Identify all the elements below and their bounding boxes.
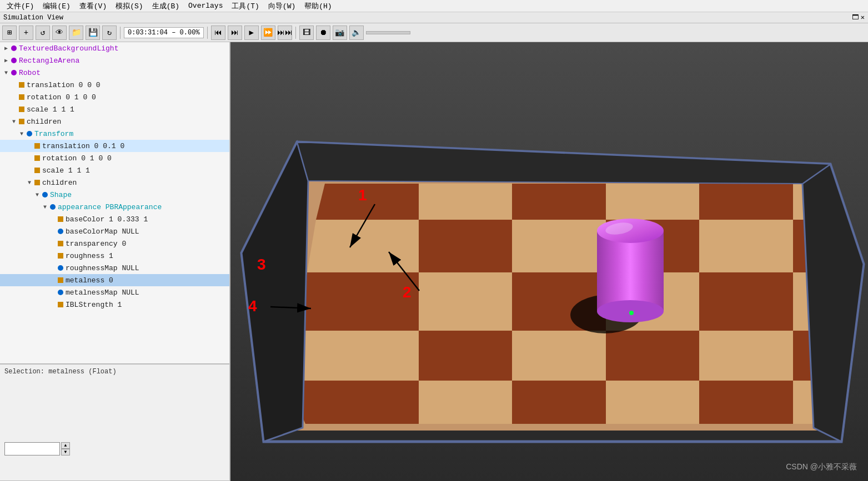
- tree-label: scale 1 1 1: [42, 166, 90, 175]
- tree-item-basecolor[interactable]: ▶ baseColor 1 0.333 1: [0, 213, 229, 225]
- property-icon: [34, 143, 40, 149]
- toolbar-eye-btn[interactable]: 👁: [52, 26, 67, 40]
- tree-label: appearance PBRAppearance: [58, 203, 162, 211]
- property-icon: [34, 155, 40, 161]
- menu-view[interactable]: 查看(V): [75, 0, 111, 12]
- volume-slider[interactable]: [366, 31, 410, 34]
- viewport[interactable]: 1 2: [230, 42, 868, 481]
- node-icon-blue: [50, 204, 56, 210]
- node-icon-purple: [11, 45, 17, 51]
- record-btn[interactable]: ⏺: [316, 26, 330, 40]
- property-icon: [58, 277, 63, 283]
- separator-2: [207, 27, 208, 39]
- svg-marker-4: [419, 184, 512, 220]
- node-icon-blue: [58, 265, 63, 271]
- tree-label: baseColorMap NULL: [66, 227, 139, 236]
- tree-item-rectangle-arena[interactable]: ▶ RectangleArena: [0, 54, 229, 67]
- tree-label: metalness 0: [66, 276, 113, 285]
- tree-label: transparency 0: [66, 240, 126, 248]
- toolbar-reload-btn[interactable]: ↻: [102, 26, 117, 40]
- tree-item-basecolormap[interactable]: ▶ baseColorMap NULL: [0, 225, 229, 237]
- expand-arrow: ▼: [41, 203, 49, 211]
- tree-item-textured-bg[interactable]: ▶ TexturedBackgroundLight: [0, 42, 229, 54]
- screenshot-btn[interactable]: 🎞: [299, 26, 314, 40]
- svg-marker-6: [606, 184, 699, 220]
- property-icon: [58, 241, 63, 246]
- tree-item-transform-translation[interactable]: ▶ translation 0 0.1 0: [0, 140, 229, 152]
- svg-marker-27: [286, 381, 419, 424]
- tree-item-iblstrength[interactable]: ▶ IBLStrength 1: [0, 298, 229, 311]
- property-icon: [58, 253, 63, 259]
- toolbar-open-btn[interactable]: 📁: [69, 26, 83, 40]
- tree-item-transparency[interactable]: ▶ transparency 0: [0, 237, 229, 250]
- toolbar-add-btn[interactable]: +: [19, 26, 33, 40]
- value-spinner: ▲ ▼: [61, 442, 70, 455]
- expand-arrow: ▶: [2, 44, 10, 52]
- property-value-input[interactable]: 2: [4, 442, 60, 455]
- tree-item-robot-rotation[interactable]: ▶ rotation 0 1 0 0: [0, 91, 229, 103]
- svg-marker-3: [316, 184, 419, 220]
- tree-item-robot[interactable]: ▼ Robot: [0, 67, 229, 79]
- tree-scroll[interactable]: ▶ TexturedBackgroundLight ▶ RectangleAre…: [0, 42, 229, 363]
- toolbar-grid-btn[interactable]: ⊞: [2, 26, 17, 40]
- tree-item-shape[interactable]: ▼ Shape: [0, 189, 229, 201]
- property-icon: [34, 168, 40, 173]
- tree-item-metalnessmap[interactable]: ▶ metalnessMap NULL: [0, 286, 229, 298]
- tree-item-roughness[interactable]: ▶ roughness 1: [0, 250, 229, 262]
- 3d-scene-svg: [230, 42, 868, 481]
- fast-forward-btn[interactable]: ⏩: [261, 26, 275, 40]
- toolbar-save-btn[interactable]: 💾: [86, 26, 100, 40]
- selection-status: Selection: metalness (Float): [4, 368, 225, 376]
- svg-marker-30: [606, 381, 699, 424]
- tree-item-transform-rotation[interactable]: ▶ rotation 0 1 0 0: [0, 152, 229, 164]
- tree-item-robot-scale[interactable]: ▶ scale 1 1 1: [0, 103, 229, 115]
- tree-label: RectangleArena: [19, 57, 79, 65]
- tree-item-robot-translation[interactable]: ▶ translation 0 0 0: [0, 79, 229, 91]
- tree-item-roughnessmap[interactable]: ▶ roughnessMap NULL: [0, 262, 229, 274]
- minimize-btn[interactable]: 🗖: [852, 13, 859, 22]
- audio-btn[interactable]: 🔈: [349, 26, 364, 40]
- tree-item-transform-scale[interactable]: ▶ scale 1 1 1: [0, 164, 229, 176]
- spin-down-btn[interactable]: ▼: [61, 449, 70, 455]
- play-btn[interactable]: ▶: [244, 26, 259, 40]
- tree-label: Transform: [34, 130, 73, 138]
- camera-btn[interactable]: 📷: [333, 26, 347, 40]
- tree-item-metalness[interactable]: ▶ metalness 0: [0, 274, 229, 286]
- tree-label: Shape: [50, 191, 72, 199]
- menu-file[interactable]: 文件(F): [2, 0, 38, 12]
- svg-marker-28: [419, 381, 512, 424]
- tree-item-children-2[interactable]: ▼ children: [0, 176, 229, 189]
- menu-simulate[interactable]: 模拟(S): [111, 0, 147, 12]
- property-icon: [19, 94, 24, 100]
- menu-edit[interactable]: 编辑(E): [38, 0, 74, 12]
- scene-tree[interactable]: ▶ TexturedBackgroundLight ▶ RectangleAre…: [0, 42, 229, 364]
- tree-label: rotation 0 1 0 0: [27, 93, 96, 102]
- node-icon-purple: [11, 70, 17, 75]
- menu-overlays[interactable]: Overlays: [184, 1, 227, 11]
- close-btn[interactable]: ✕: [861, 13, 865, 22]
- svg-marker-10: [419, 220, 512, 272]
- tree-label: children: [42, 179, 77, 187]
- svg-marker-25: [699, 331, 793, 381]
- svg-point-42: [629, 311, 634, 315]
- svg-marker-19: [699, 272, 793, 331]
- step-btn[interactable]: ⏭: [228, 26, 242, 40]
- tree-item-appearance[interactable]: ▼ appearance PBRAppearance: [0, 201, 229, 213]
- tree-item-children-1[interactable]: ▼ children: [0, 115, 229, 128]
- tree-item-transform[interactable]: ▼ Transform: [0, 128, 229, 140]
- menu-help[interactable]: 帮助(H): [300, 0, 336, 12]
- fast-fast-btn[interactable]: ⏭⏭: [278, 26, 292, 40]
- menu-wizard[interactable]: 向导(W): [264, 0, 300, 12]
- rewind-btn[interactable]: ⏮: [211, 26, 225, 40]
- spin-up-btn[interactable]: ▲: [61, 442, 70, 449]
- menu-tools[interactable]: 工具(T): [227, 0, 263, 12]
- expand-arrow: ▼: [26, 179, 33, 186]
- tree-label: metalnessMap NULL: [66, 288, 139, 297]
- expand-arrow: ▼: [10, 118, 18, 125]
- svg-marker-11: [512, 220, 606, 272]
- tree-label: children: [27, 118, 61, 126]
- tree-label: roughness 1: [66, 252, 113, 260]
- menu-build[interactable]: 生成(B): [148, 0, 184, 12]
- toolbar-undo-btn[interactable]: ↺: [36, 26, 50, 40]
- property-icon: [19, 82, 24, 88]
